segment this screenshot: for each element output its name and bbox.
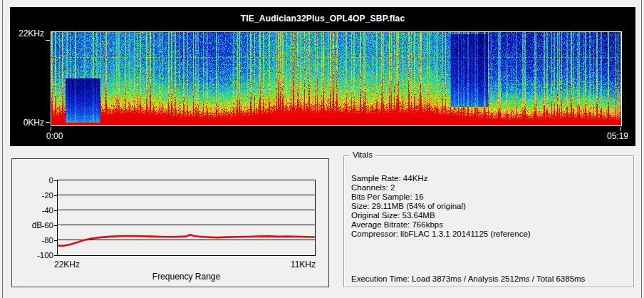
- freq-axis-top-label: 22KHz: [10, 29, 44, 38]
- frequency-range-panel: 0 -20 -40 -60 -80 -100 dB 22KHz 11KHz Fr…: [11, 158, 329, 287]
- spectrogram-frame: [51, 31, 622, 126]
- spectrogram-title: TIE_Audician32Plus_OPL4OP_SBP.flac: [10, 14, 635, 24]
- freq-axis-bottom-label: 0KHz: [10, 118, 44, 128]
- execution-time-line: Execution Time: Load 3873ms / Analysis 2…: [351, 274, 585, 283]
- vitals-line-orig-size: Original Size: 53.64MB: [351, 211, 531, 220]
- vitals-groupbox: Vitals Sample Rate: 44KHz Channels: 2 Bi…: [343, 155, 634, 287]
- vitals-legend: Vitals: [350, 150, 375, 159]
- y-tick-label-80: -80: [18, 236, 53, 245]
- freq-bottom-tick: [46, 122, 50, 123]
- vitals-line-size: Size: 29.11MB (54% of original): [351, 202, 531, 211]
- vitals-line-compressor: Compressor: libFLAC 1.3.1 20141125 (refe…: [351, 230, 531, 239]
- x-axis-title: Frequency Range: [57, 272, 316, 282]
- y-tick-label-0: 0: [18, 176, 53, 185]
- y-tick-label-20: -20: [18, 191, 53, 200]
- vitals-line-channels: Channels: 2: [351, 183, 531, 192]
- y-tick-label-40: -40: [18, 206, 53, 215]
- vitals-line-bits: Bits Per Sample: 16: [351, 192, 531, 202]
- y-axis-unit-label: dB: [26, 220, 48, 230]
- time-start-label: 0:00: [46, 131, 63, 141]
- x-axis-start-label: 22KHz: [54, 260, 80, 269]
- vitals-line-bitrate: Average Bitrate: 766kbps: [351, 220, 531, 230]
- spectrogram-panel: TIE_Audician32Plus_OPL4OP_SBP.flac 22KHz…: [10, 7, 635, 146]
- frequency-curve-canvas: [58, 180, 315, 255]
- window-right-border: [641, 0, 642, 298]
- time-end-label: 05:19: [593, 131, 628, 141]
- spectrogram-canvas: [51, 32, 621, 125]
- window-left-border: [2, 0, 3, 298]
- spectro-window: TIE_Audician32Plus_OPL4OP_SBP.flac 22KHz…: [0, 0, 644, 298]
- freq-top-tick: [46, 40, 50, 41]
- y-tick-label-100: -100: [18, 251, 53, 260]
- vitals-line-sample-rate: Sample Rate: 44KHz: [351, 174, 531, 183]
- frequency-plot-area: [57, 180, 316, 256]
- x-axis-end-label: 11KHz: [263, 260, 316, 269]
- vitals-body: Sample Rate: 44KHz Channels: 2 Bits Per …: [351, 174, 531, 239]
